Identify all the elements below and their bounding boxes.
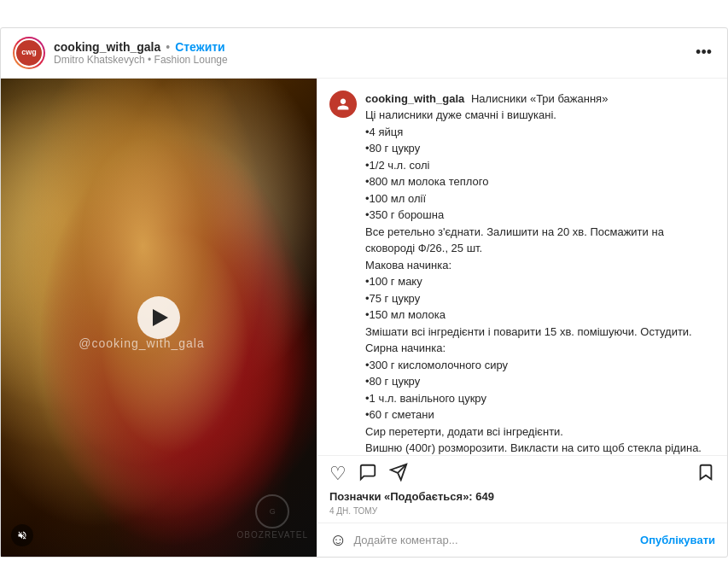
oboz-circle: G xyxy=(255,494,289,529)
more-options-button[interactable]: ••• xyxy=(692,44,715,61)
caption-avatar-icon xyxy=(336,97,350,111)
sub-author: Dmitro Khatskevych xyxy=(54,54,145,66)
post-header: cwg cooking_with_gala • Стежити Dmitro K… xyxy=(1,28,727,79)
mute-icon xyxy=(17,530,27,540)
caption-text: cooking_with_gala Налисники «Три бажання… xyxy=(365,91,715,455)
follow-button[interactable]: Стежити xyxy=(175,40,225,54)
post-container: cwg cooking_with_gala • Стежити Dmitro K… xyxy=(0,27,728,558)
post-actions: ♡ xyxy=(317,455,727,488)
avatar-initials: cwg xyxy=(21,49,37,57)
oboz-watermark: G OBOZREVATEL xyxy=(237,494,308,540)
comment-button[interactable] xyxy=(358,463,377,485)
bookmark-icon xyxy=(696,463,715,482)
like-button[interactable]: ♡ xyxy=(329,464,347,483)
sub-location: Fashion Lounge xyxy=(154,54,228,66)
avatar-inner: cwg xyxy=(15,38,44,67)
publish-button[interactable]: Опублікувати xyxy=(640,534,715,546)
caption-avatar[interactable] xyxy=(329,91,357,118)
sub-separator: • xyxy=(148,54,151,66)
header-info: cooking_with_gala • Стежити Dmitro Khats… xyxy=(54,40,692,66)
share-icon xyxy=(389,463,408,482)
separator-dot: • xyxy=(166,40,170,54)
post-caption-area: cooking_with_gala Налисники «Три бажання… xyxy=(317,79,727,557)
header-top: cooking_with_gala • Стежити xyxy=(54,40,692,54)
caption-body: Ці налисники дуже смачні і вишукані. •4 … xyxy=(365,108,702,454)
post-media: @cooking_with_gala G OBOZREVATEL xyxy=(1,79,317,557)
bookmark-button[interactable] xyxy=(696,463,715,485)
comment-input-area: ☺ Опублікувати xyxy=(317,523,727,557)
play-icon xyxy=(153,309,168,326)
caption-title: Налисники «Три бажання» xyxy=(471,92,608,105)
emoji-button[interactable]: ☺ xyxy=(329,530,347,550)
share-button[interactable] xyxy=(389,463,408,485)
play-button[interactable] xyxy=(137,296,180,339)
likes-label: Позначки «Подобається»: xyxy=(329,490,473,503)
caption-header: cooking_with_gala Налисники «Три бажання… xyxy=(329,91,715,455)
post-body: @cooking_with_gala G OBOZREVATEL xyxy=(1,79,727,557)
oboz-circle-text: G xyxy=(270,507,276,516)
watermark-text: @cooking_with_gala xyxy=(79,336,204,350)
caption-username[interactable]: cooking_with_gala xyxy=(365,92,464,105)
timestamp: 4 ДН. ТОМУ xyxy=(317,506,727,523)
likes-number: 649 xyxy=(475,490,494,503)
avatar[interactable]: cwg xyxy=(13,37,45,69)
likes-count: Позначки «Подобається»: 649 xyxy=(317,488,727,506)
comment-icon xyxy=(358,463,377,482)
action-icons: ♡ xyxy=(329,463,715,485)
mute-button[interactable] xyxy=(11,524,33,546)
username-label[interactable]: cooking_with_gala xyxy=(54,40,160,54)
caption-scroll: cooking_with_gala Налисники «Три бажання… xyxy=(317,79,727,455)
comment-input[interactable] xyxy=(353,534,633,546)
oboz-text: OBOZREVATEL xyxy=(237,530,308,540)
sub-info: Dmitro Khatskevych • Fashion Lounge xyxy=(54,54,692,66)
